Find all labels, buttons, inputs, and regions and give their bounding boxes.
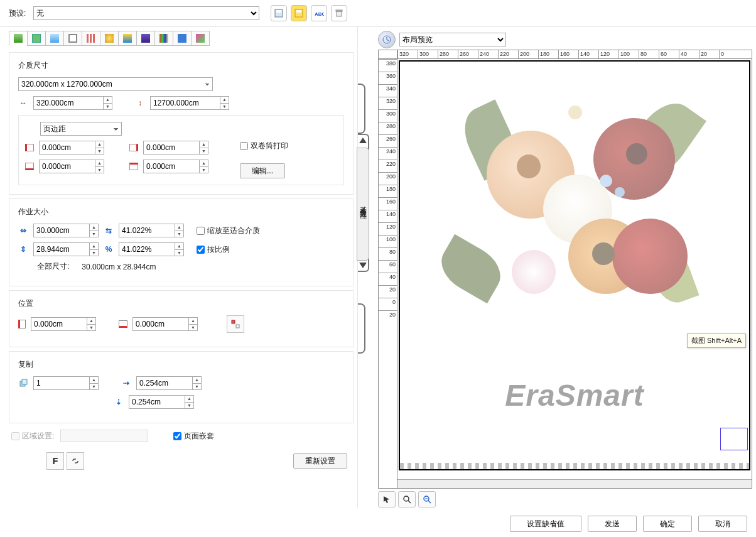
collapse-handle[interactable]: 基本作业属性 xyxy=(358,27,374,507)
job-height-pct-icon: % xyxy=(104,244,114,254)
copy-count-input[interactable]: ▲▼ xyxy=(33,376,99,390)
job-height-input[interactable]: ▲▼ xyxy=(33,242,99,256)
save-as-icon[interactable] xyxy=(291,5,307,21)
svg-point-12 xyxy=(404,496,409,501)
job-width-icon: ⇔ xyxy=(18,225,28,236)
copy-gapx-input[interactable]: ▲▼ xyxy=(136,376,202,390)
margin-top-icon xyxy=(129,163,138,170)
all-size-value: 30.000cm x 28.944cm xyxy=(82,263,156,271)
tab-page-icon[interactable] xyxy=(27,31,46,46)
tab-layers-icon[interactable] xyxy=(136,31,155,46)
media-width-input[interactable]: ▲▼ xyxy=(33,96,112,110)
save-icon[interactable] xyxy=(271,5,287,21)
svg-rect-7 xyxy=(232,320,235,323)
preview-canvas[interactable]: 3203002802602402202001801601401201008060… xyxy=(378,50,752,489)
double-roll-check[interactable]: 双卷筒打印 xyxy=(240,141,288,151)
edit-button[interactable]: 编辑... xyxy=(240,163,285,178)
left-properties-panel: 介质尺寸 320.000cm x 12700.000cm ↔ ▲▼ ↕ ▲▼ xyxy=(0,27,358,507)
media-size-preset-select[interactable]: 320.000cm x 12700.000cm xyxy=(18,77,213,91)
top-preset-row: 预设: 无 ABC xyxy=(0,0,756,27)
set-default-button[interactable]: 设置缺省值 xyxy=(510,516,581,532)
horizontal-scrollbar[interactable] xyxy=(397,479,752,488)
pointer-tool-icon[interactable] xyxy=(378,491,396,507)
abc-rename-icon[interactable]: ABC xyxy=(311,5,327,21)
margin-right-icon xyxy=(129,144,138,151)
trash-icon[interactable] xyxy=(331,5,347,21)
vertical-ruler: 3803603403203002802602402202001801601401… xyxy=(379,59,397,488)
tab-colorbars-icon[interactable] xyxy=(154,31,173,46)
width-icon: ↔ xyxy=(18,98,28,108)
job-width-pct-icon: ⇆ xyxy=(104,225,114,236)
side-tab-label[interactable]: 基本作业属性 xyxy=(357,148,369,261)
tab-job-icon[interactable] xyxy=(45,31,64,46)
copy-count-icon xyxy=(18,378,28,388)
position-anchor-button[interactable] xyxy=(227,315,244,333)
margin-left-input[interactable]: ▲▼ xyxy=(39,141,104,155)
pos-y-input[interactable]: ▲▼ xyxy=(132,317,198,331)
pos-y-icon xyxy=(119,320,127,328)
copy-gapx-icon: ⇢ xyxy=(121,378,131,388)
svg-line-15 xyxy=(428,501,431,503)
send-button[interactable]: 发送 xyxy=(588,516,637,532)
tab-frame-icon[interactable] xyxy=(63,31,82,46)
svg-rect-8 xyxy=(236,325,239,328)
cancel-button[interactable]: 取消 xyxy=(698,516,747,532)
preview-toolbar xyxy=(378,491,752,507)
svg-line-13 xyxy=(408,501,411,503)
media-size-title: 介质尺寸 xyxy=(18,60,344,71)
clock-icon[interactable] xyxy=(378,31,396,48)
ruler-corner xyxy=(379,50,397,59)
copy-gapy-input[interactable]: ▲▼ xyxy=(129,395,194,409)
selection-indicator xyxy=(720,428,748,450)
horizontal-ruler: 3203002802602402202001801601401201008060… xyxy=(397,50,752,59)
margin-top-input[interactable]: ▲▼ xyxy=(143,160,208,173)
page-nest-check[interactable]: 页面嵌套 xyxy=(173,431,214,442)
link-icon-button[interactable] xyxy=(67,452,84,470)
job-height-pct-input[interactable]: ▲▼ xyxy=(119,242,184,256)
font-icon-button[interactable]: F xyxy=(46,452,64,470)
reset-button[interactable]: 重新设置 xyxy=(293,453,347,469)
tab-effects-icon[interactable] xyxy=(100,31,119,46)
tab-brush-icon[interactable] xyxy=(191,31,210,46)
dialog-button-bar: 设置缺省值 发送 确定 取消 xyxy=(510,516,747,532)
svg-text:ABC: ABC xyxy=(315,11,324,17)
preset-label: 预设: xyxy=(9,8,26,19)
media-height-input[interactable]: ▲▼ xyxy=(150,96,229,110)
svg-rect-6 xyxy=(336,10,342,11)
pos-x-input[interactable]: ▲▼ xyxy=(31,317,96,331)
section-copy: 复制 ▲▼ ⇢ ▲▼ ⇣ ▲▼ xyxy=(9,351,354,423)
job-width-pct-input[interactable]: ▲▼ xyxy=(119,224,184,237)
copy-title: 复制 xyxy=(18,359,344,370)
margin-type-select[interactable]: 页边距 xyxy=(40,122,122,136)
margin-left-icon xyxy=(25,144,34,151)
job-height-icon: ⇕ xyxy=(18,244,28,254)
margin-bottom-input[interactable]: ▲▼ xyxy=(39,160,104,173)
job-width-input[interactable]: ▲▼ xyxy=(33,224,99,237)
tab-grid-icon[interactable] xyxy=(82,31,100,46)
section-position: 位置 ▲▼ ▲▼ xyxy=(9,290,354,347)
preview-mode-select[interactable]: 布局预览 xyxy=(399,33,506,46)
zoom-fit-icon[interactable] xyxy=(418,491,436,507)
ok-button[interactable]: 确定 xyxy=(643,516,692,532)
tab-toolbar xyxy=(9,31,354,46)
preset-select[interactable]: 无 xyxy=(33,6,259,20)
keep-ratio-check[interactable]: 按比例 xyxy=(197,244,230,255)
screenshot-tooltip: 截图 Shift+Alt+A xyxy=(687,334,746,348)
region-setting-check[interactable]: 区域设置: xyxy=(11,431,54,442)
zoom-tool-icon[interactable] xyxy=(398,491,416,507)
copy-gapy-icon: ⇣ xyxy=(114,397,124,407)
tab-layout-icon[interactable] xyxy=(9,31,28,46)
pos-x-icon xyxy=(18,320,26,328)
watermark-text: EraSmart xyxy=(505,378,644,413)
height-icon: ↕ xyxy=(135,98,145,108)
margin-right-input[interactable]: ▲▼ xyxy=(143,141,208,155)
page-artboard: EraSmart xyxy=(399,60,750,470)
section-job-size: 作业大小 ⇔ ▲▼ ⇆ ▲▼ 缩放至适合介质 ⇕ ▲▼ % ▲▼ 按比例 全部尺… xyxy=(9,198,354,286)
job-size-title: 作业大小 xyxy=(18,207,344,217)
position-title: 位置 xyxy=(18,298,344,309)
tab-envelope-icon[interactable] xyxy=(173,31,192,46)
fit-media-check[interactable]: 缩放至适合介质 xyxy=(197,225,260,236)
margin-block: 页边距 ▲▼ ▲▼ xyxy=(18,115,344,185)
tab-gradient-icon[interactable] xyxy=(118,31,137,46)
svg-rect-10 xyxy=(22,379,27,384)
